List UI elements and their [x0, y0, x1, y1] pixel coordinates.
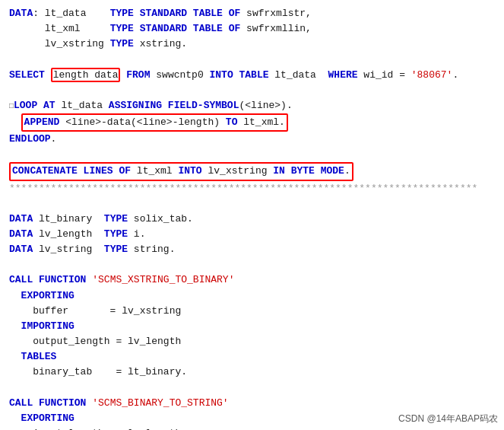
keyword-exporting2: EXPORTING	[21, 412, 74, 424]
keyword-data: DATA	[9, 228, 33, 240]
code-line-append: APPEND <line>-data(<line>-length) TO lt_…	[9, 113, 495, 132]
code-text: lv_string	[33, 244, 104, 255]
string-literal: '88067'	[411, 69, 453, 81]
code-text: lt_xml.	[237, 116, 284, 128]
code-text	[9, 412, 21, 424]
code-text: lt_binary	[33, 213, 104, 225]
code-text: lv_length	[33, 228, 104, 240]
code-line: lt_xml TYPE STANDARD TABLE OF swfrxmllin…	[9, 21, 495, 37]
code-text: lv_xstring	[202, 165, 274, 177]
keyword-loop: LOOP AT	[14, 100, 55, 111]
code-line-loop: □LOOP AT lt_data ASSIGNING FIELD-SYMBOL(…	[9, 98, 495, 113]
code-text	[9, 351, 21, 362]
code-text: swwcntp0	[150, 69, 209, 81]
code-line: DATA: lt_data TYPE STANDARD TABLE OF swf…	[9, 6, 495, 21]
code-line-data-binary: DATA lt_binary TYPE solix_tab.	[9, 212, 495, 227]
code-line-tables1: TABLES	[9, 349, 495, 365]
code-text: buffer = lv_xstring	[9, 305, 181, 317]
code-line-endloop: ENDLOOP.	[9, 132, 495, 147]
function-name-2: 'SCMS_BINARY_TO_STRING'	[92, 397, 228, 409]
code-line-empty	[9, 257, 495, 272]
code-text: .	[452, 69, 458, 81]
code-text	[45, 69, 51, 81]
keyword-type: TYPE	[110, 38, 134, 49]
keyword-assigning: ASSIGNING FIELD-SYMBOL	[109, 100, 239, 111]
code-line-buffer: buffer = lv_xstring	[9, 304, 495, 319]
code-text: lt_xml	[9, 23, 110, 34]
watermark: CSDN @14年ABAP码农	[398, 412, 498, 425]
concatenate-highlighted-box: CONCATENATE LINES OF lt_xml INTO lv_xstr…	[9, 162, 353, 180]
code-text: solix_tab.	[128, 213, 193, 225]
keyword-where: WHERE	[328, 69, 358, 81]
keyword-to: TO	[226, 116, 238, 128]
code-text	[9, 290, 21, 301]
code-text: lt_xml	[131, 165, 178, 177]
code-text: lt_data	[55, 100, 109, 111]
keyword-type: TYPE	[104, 213, 128, 225]
code-text: wi_id =	[358, 69, 411, 81]
select-field-box: length data	[51, 68, 121, 82]
keyword-tables: TABLES	[21, 351, 57, 362]
code-text: binary_tab = lt_binary.	[9, 366, 187, 377]
function-name-1: 'SCMS_XSTRING_TO_BINARY'	[92, 274, 234, 285]
code-line-output-length: output_length = lv_length	[9, 334, 495, 349]
keyword-type: TYPE	[104, 244, 128, 255]
code-text: xstring.	[134, 38, 187, 49]
keyword-importing: IMPORTING	[21, 320, 74, 332]
keyword-data: DATA	[9, 213, 33, 225]
code-text: .	[51, 133, 57, 145]
keyword-endloop: ENDLOOP	[9, 133, 51, 145]
keyword-in: IN BYTE MODE	[273, 165, 344, 177]
code-text: swfrxmllin,	[240, 23, 312, 34]
keyword-data: DATA	[9, 8, 33, 19]
code-line-data-length: DATA lv_length TYPE i.	[9, 227, 495, 242]
code-line-empty	[9, 52, 495, 67]
code-line-empty	[9, 83, 495, 98]
code-container: DATA: lt_data TYPE STANDARD TABLE OF swf…	[0, 0, 504, 430]
code-line-data-string: DATA lv_string TYPE string.	[9, 242, 495, 257]
code-line-input-length: input_length = lv_length	[9, 426, 495, 430]
keyword-call: CALL FUNCTION	[9, 274, 86, 285]
code-text: lt_data	[269, 69, 328, 81]
keyword-into: INTO TABLE	[210, 69, 269, 81]
keyword-select: SELECT	[9, 69, 45, 81]
keyword-call2: CALL FUNCTION	[9, 397, 86, 409]
code-line-select: SELECT length data FROM swwcntp0 INTO TA…	[9, 68, 495, 83]
code-line: lv_xstring TYPE xstring.	[9, 37, 495, 52]
code-text	[9, 116, 21, 128]
code-line-empty	[9, 196, 495, 212]
keyword-exporting: EXPORTING	[21, 290, 74, 301]
code-text: .	[344, 165, 350, 177]
keyword-type: TYPE	[104, 228, 128, 240]
code-text: swfrxmlstr,	[240, 8, 312, 19]
code-line-concatenate: CONCATENATE LINES OF lt_xml INTO lv_xstr…	[9, 162, 495, 180]
code-text: output_length = lv_length	[9, 336, 181, 347]
code-line-binary-tab1: binary_tab = lt_binary.	[9, 365, 495, 380]
code-text: i.	[128, 228, 145, 240]
divider-line: ****************************************…	[9, 181, 495, 196]
code-line-empty	[9, 147, 495, 162]
code-text: : lt_data	[33, 8, 109, 19]
code-text: lv_xstring	[9, 38, 110, 49]
code-line-call2: CALL FUNCTION 'SCMS_BINARY_TO_STRING'	[9, 396, 495, 411]
code-line-call1: CALL FUNCTION 'SCMS_XSTRING_TO_BINARY'	[9, 272, 495, 288]
code-text: <line>-data(<line>-length)	[59, 116, 225, 128]
code-text	[9, 320, 21, 332]
code-line-exporting1: EXPORTING	[9, 288, 495, 304]
keyword-type: TYPE STANDARD TABLE OF	[110, 23, 241, 34]
code-text: (<line>).	[239, 100, 292, 111]
code-line-empty	[9, 380, 495, 395]
keyword-append: APPEND	[24, 116, 60, 128]
append-highlighted-box: APPEND <line>-data(<line>-length) TO lt_…	[21, 113, 288, 132]
keyword-into: INTO	[178, 165, 201, 177]
code-line-importing1: IMPORTING	[9, 319, 495, 334]
code-text: string.	[128, 244, 175, 255]
keyword-from: FROM	[126, 69, 150, 81]
keyword-type: TYPE STANDARD TABLE OF	[110, 8, 241, 19]
keyword-concatenate: CONCATENATE LINES OF	[12, 165, 131, 177]
keyword-data: DATA	[9, 244, 33, 255]
